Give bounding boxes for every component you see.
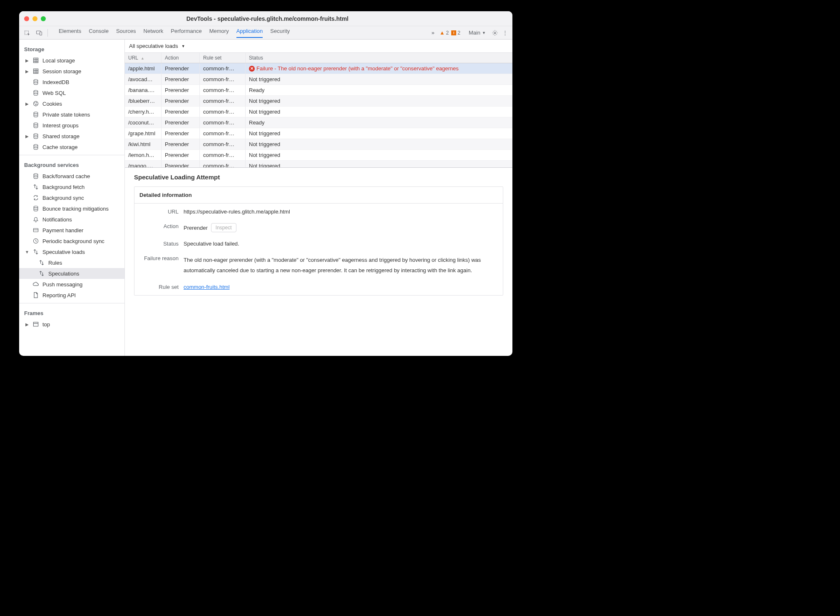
close-window-button[interactable] (24, 16, 29, 21)
minimize-window-button[interactable] (32, 16, 37, 21)
more-menu-icon[interactable]: ⋮ (501, 29, 509, 37)
filter-dropdown[interactable]: All speculative loads ▼ (129, 43, 185, 49)
sidebar-push-messaging[interactable]: Push messaging (19, 279, 124, 290)
svg-point-11 (35, 104, 36, 105)
svg-point-17 (34, 174, 38, 175)
table-row[interactable]: /cherry.h…Prerendercommon-fr…Not trigger… (125, 107, 512, 117)
target-selector[interactable]: Main ▼ (469, 30, 486, 36)
table-row[interactable]: /banana.…Prerendercommon-fr…Ready (125, 85, 512, 96)
detail-ruleset-key: Rule set (139, 284, 179, 290)
devtools-window: DevTools - speculative-rules.glitch.me/c… (19, 11, 512, 356)
table-body: /apple.htmlPrerendercommon-fr…✕Failure -… (125, 63, 512, 167)
table-row[interactable]: /coconut…Prerendercommon-fr…Ready (125, 117, 512, 128)
sidebar-speculations[interactable]: Speculations (19, 268, 124, 279)
sidebar-item-shared-storage[interactable]: ▶Shared storage (19, 131, 124, 142)
table-row[interactable]: /apple.htmlPrerendercommon-fr…✕Failure -… (125, 63, 512, 74)
arrows-icon (38, 259, 45, 266)
svg-point-6 (34, 79, 38, 81)
window-title: DevTools - speculative-rules.glitch.me/c… (52, 15, 507, 22)
sidebar-item-cookies[interactable]: ▶Cookies (19, 98, 124, 109)
chevron-down-icon: ▼ (25, 250, 29, 254)
sidebar-frame-top[interactable]: ▶ top (19, 319, 124, 330)
tab-elements[interactable]: Elements (59, 28, 81, 38)
warning-counters[interactable]: ▲2 !2 (440, 30, 460, 36)
sync-icon (32, 194, 40, 201)
sidebar-speculative-loads[interactable]: ▼ Speculative loads (19, 246, 124, 257)
device-icon[interactable] (34, 28, 44, 38)
table-row[interactable]: /avocad…Prerendercommon-fr…Not triggered (125, 74, 512, 85)
svg-rect-21 (33, 322, 38, 326)
maximize-window-button[interactable] (41, 16, 46, 21)
svg-point-8 (33, 101, 38, 106)
detail-failure-key: Failure reason (139, 255, 179, 261)
column-ruleset[interactable]: Rule set (200, 53, 246, 63)
column-action[interactable]: Action (162, 53, 200, 63)
table-row[interactable]: /mango.…Prerendercommon-fr…Not triggered (125, 161, 512, 167)
cookie-icon (32, 100, 40, 107)
bg-services-header: Background services (19, 158, 124, 171)
sidebar-item-session-storage[interactable]: ▶Session storage (19, 66, 124, 77)
tab-network[interactable]: Network (144, 28, 164, 38)
titlebar: DevTools - speculative-rules.glitch.me/c… (19, 11, 512, 26)
details-panel: Speculative Loading Attempt Detailed inf… (125, 167, 512, 356)
sidebar-item-web-sql[interactable]: Web SQL (19, 87, 124, 98)
card-icon (32, 226, 40, 234)
sidebar-item-background-sync[interactable]: Background sync (19, 192, 124, 203)
column-status[interactable]: Status (246, 53, 512, 63)
inspect-button[interactable]: Inspect (211, 223, 236, 232)
sidebar-item-back-forward-cache[interactable]: Back/forward cache (19, 171, 124, 181)
ruleset-link[interactable]: common-fruits.html (184, 284, 230, 290)
sidebar-item-periodic-background-sync[interactable]: Periodic background sync (19, 236, 124, 246)
settings-gear-icon[interactable] (491, 29, 499, 37)
chevron-right-icon: ▶ (25, 58, 29, 63)
main-panel: All speculative loads ▼ URL▲ Action Rule… (125, 40, 512, 356)
sidebar-rules[interactable]: Rules (19, 257, 124, 268)
table-row[interactable]: /grape.htmlPrerendercommon-fr…Not trigge… (125, 128, 512, 139)
document-icon (32, 291, 40, 299)
tab-security[interactable]: Security (270, 28, 290, 38)
sidebar-item-cache-storage[interactable]: Cache storage (19, 142, 124, 152)
application-sidebar: Storage ▶Local storage▶Session storageIn… (19, 40, 125, 356)
sidebar-item-bounce-tracking-mitigations[interactable]: Bounce tracking mitigations (19, 203, 124, 214)
tab-memory[interactable]: Memory (209, 28, 229, 38)
chevron-right-icon: ▶ (25, 134, 29, 139)
db-icon (32, 172, 40, 180)
tab-performance[interactable]: Performance (171, 28, 201, 38)
sidebar-item-notifications[interactable]: Notifications (19, 214, 124, 225)
svg-point-9 (35, 103, 35, 103)
svg-point-3 (494, 32, 496, 34)
detail-url-key: URL (139, 209, 179, 215)
storage-section-header: Storage (19, 42, 124, 55)
column-url[interactable]: URL▲ (125, 53, 162, 63)
sidebar-item-interest-groups[interactable]: Interest groups (19, 120, 124, 131)
details-subtitle: Detailed information (134, 187, 503, 204)
sidebar-item-private-state-tokens[interactable]: Private state tokens (19, 109, 124, 120)
bell-icon (32, 216, 40, 223)
sidebar-item-payment-handler[interactable]: Payment handler (19, 225, 124, 236)
warning-triangle-icon: ▲ (440, 30, 445, 36)
tab-console[interactable]: Console (89, 28, 109, 38)
inspect-icon[interactable] (22, 28, 32, 38)
sidebar-item-background-fetch[interactable]: Background fetch (19, 181, 124, 192)
sidebar-item-local-storage[interactable]: ▶Local storage (19, 55, 124, 66)
detail-action-key: Action (139, 223, 179, 229)
tab-application[interactable]: Application (236, 28, 263, 38)
panel-tabs: ElementsConsoleSourcesNetworkPerformance… (59, 28, 430, 38)
chevron-down-icon: ▼ (482, 31, 486, 35)
db-icon (32, 89, 40, 97)
svg-point-13 (34, 112, 38, 114)
sidebar-reporting-api[interactable]: Reporting API (19, 290, 124, 301)
tab-sources[interactable]: Sources (116, 28, 136, 38)
detail-action-value: Prerender Inspect (184, 223, 498, 232)
db-icon (32, 78, 40, 86)
table-row[interactable]: /lemon.h…Prerendercommon-fr…Not triggere… (125, 150, 512, 161)
db-icon (32, 111, 40, 118)
content-area: Storage ▶Local storage▶Session storageIn… (19, 40, 512, 356)
table-row[interactable]: /blueberr…Prerendercommon-fr…Not trigger… (125, 96, 512, 107)
svg-rect-4 (33, 58, 38, 62)
table-row[interactable]: /kiwi.htmlPrerendercommon-fr…Not trigger… (125, 139, 512, 150)
grid-icon (32, 57, 40, 64)
more-tabs-button[interactable]: » (431, 30, 434, 36)
arrows-icon (32, 183, 40, 191)
sidebar-item-indexeddb[interactable]: IndexedDB (19, 77, 124, 87)
